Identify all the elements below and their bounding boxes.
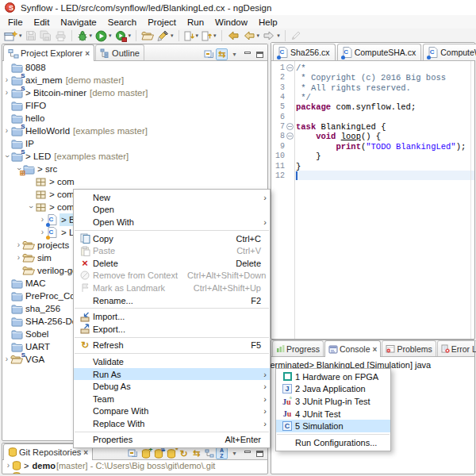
collapsed-arrow-icon[interactable]: › [3,89,10,97]
print-button[interactable] [54,29,67,43]
menu-item-rename-[interactable]: Rename...F2 [74,294,270,307]
swap-button[interactable]: ⇆ [190,447,202,459]
menu-edit[interactable]: Edit [29,17,56,27]
view-menu-button[interactable]: ▾ [228,447,240,459]
runas-item-2-java-application[interactable]: J2 Java Application [276,383,390,396]
menu-item-team[interactable]: Team› [74,393,270,405]
run-config-button[interactable]: ▾ [114,29,132,43]
collapsed-arrow-icon[interactable]: › [3,76,10,84]
tab-error-log[interactable]: Error Log [437,340,476,356]
menu-item-debug-as[interactable]: Debug As› [74,380,270,393]
tree-item-axi-mem[interactable]: ›Saxi_mem[demo master] [2,74,267,86]
tree-item-led[interactable]: ›S> LED[examples master] [2,150,267,163]
menu-run[interactable]: Run [182,17,209,27]
refresh-button[interactable]: ↻ [178,447,190,459]
save-button[interactable] [25,29,37,43]
git-repo-row[interactable]: › > demo[master] - C:\Users\Big boss\git… [2,460,267,471]
new-wizard-button[interactable]: ▾ [3,29,23,43]
close-icon[interactable]: × [373,345,378,354]
tab-project-explorer[interactable]: Project Explorer× [3,44,94,61]
collapsed-arrow-icon[interactable]: › [15,241,22,249]
fold-marker-icon[interactable] [286,123,294,130]
hierarchy-button[interactable] [203,447,215,459]
menu-item-paste[interactable]: PasteCtrl+V [74,244,270,257]
back-button[interactable]: ▾ [242,29,261,43]
tree-item-bitcoin-miner[interactable]: ›S> Bitcoin-miner[demo master] [2,86,267,99]
collapsed-arrow-icon[interactable]: › [39,228,46,236]
menu-item-import-[interactable]: Import... [74,310,270,323]
open-folder-button[interactable] [140,29,155,43]
fold-marker-icon[interactable] [286,64,294,71]
runas-item-4-junit-test[interactable]: Ju4 JUnit Test [276,408,390,420]
link-with-editor-button[interactable]: ⇆ [216,48,228,60]
maximize-button[interactable] [254,447,266,459]
tree-item-helloworld[interactable]: ›SHelloWorld[examples master] [2,125,267,137]
runas-item-3-junit-plug-in-test[interactable]: Ju°3 JUnit Plug-in Test [276,395,390,408]
collapse-all-button[interactable] [203,48,215,60]
collapsed-arrow-icon[interactable]: › [15,254,22,262]
menu-item-export-[interactable]: Export... [74,323,270,336]
menu-help[interactable]: Help [253,17,283,27]
git-repo-row[interactable]: › > demo2[master] - C:\Users\Big boss\gi… [2,471,267,474]
tab-outline[interactable]: Outline [95,44,144,60]
prev-annotation-button[interactable]: ▾ [201,29,217,43]
menu-item-properties[interactable]: PropertiesAlt+Enter [74,434,270,447]
search-button[interactable]: ▾ [156,29,175,43]
collapsed-arrow-icon[interactable]: › [5,462,12,470]
minimize-button[interactable] [241,48,253,60]
tab-problems[interactable]: Problems [382,340,436,356]
collapse-all-button[interactable] [127,447,139,459]
expanded-arrow-icon[interactable]: › [27,204,35,211]
collapsed-arrow-icon[interactable]: › [3,127,10,135]
tree-item-8088[interactable]: 8088 [2,61,267,74]
run-button[interactable]: ▾ [94,29,113,43]
editor-tab-sha256-cx[interactable]: CSha256.cx [273,44,336,60]
tree-item-com[interactable]: > com [2,175,267,188]
repo-clone-button[interactable]: ⇅ [152,447,164,459]
menu-item-delete[interactable]: ×DeleteDelete [74,257,270,270]
pencil-button[interactable] [290,29,302,43]
menu-item-validate[interactable]: Validate [74,355,270,368]
runas-item-5-simulation[interactable]: C5 Simulation [276,420,390,432]
fold-marker-icon[interactable] [286,132,294,140]
runas-item-run-configurations-[interactable]: Run Configurations... [276,436,390,449]
menu-item-open[interactable]: Open [74,204,270,217]
expanded-arrow-icon[interactable]: › [3,153,11,160]
code-editor[interactable]: 1/*2 * Copyright (c) 2016 Big boss3 * Al… [271,61,474,339]
close-icon[interactable]: × [83,448,88,457]
runas-item-1-hardware-on-fpga[interactable]: 1 Hardware on FPGA [276,370,390,383]
menu-item-new[interactable]: New› [74,191,270,204]
last-edit-button[interactable] [226,29,240,43]
maximize-button[interactable] [254,48,266,60]
repo-add-button[interactable]: + [140,447,152,459]
minimize-button[interactable] [241,447,253,459]
menu-navigate[interactable]: Navigate [55,17,102,27]
editor-tab-computesha-cx[interactable]: CComputeSHA.cx [337,44,422,60]
collapsed-arrow-icon[interactable]: › [5,473,12,474]
repo-new-button[interactable]: * [165,447,177,459]
menu-item-open-with[interactable]: Open With› [74,216,270,228]
collapsed-arrow-icon[interactable]: › [39,216,46,224]
menu-item-replace-with[interactable]: Replace With› [74,417,270,430]
menu-project[interactable]: Project [142,17,182,27]
menu-item-remove-from-context[interactable]: Remove from ContextCtrl+Alt+Shift+Down [74,270,270,282]
forward-button[interactable]: ▾ [262,29,281,43]
tree-item-src[interactable]: ›⊞> src [2,163,267,175]
tree-item-ip[interactable]: IP [2,137,267,150]
view-menu-button[interactable]: ▾ [228,48,240,60]
menu-window[interactable]: Window [209,17,253,27]
tree-item-hello[interactable]: hello [2,112,267,125]
close-icon[interactable]: × [85,49,90,58]
debug-button[interactable]: ▾ [76,29,94,43]
tab-console[interactable]: Console× [324,340,381,357]
next-annotation-button[interactable]: ▾ [183,29,200,43]
menu-item-mark-as-landmark[interactable]: Mark as LandmarkCtrl+Alt+Shift+Up [74,282,270,294]
menu-file[interactable]: File [2,17,29,27]
menu-search[interactable]: Search [102,17,142,27]
menu-item-compare-with[interactable]: Compare With› [74,405,270,418]
tab-progress[interactable]: Progress [272,340,324,356]
collapsed-arrow-icon[interactable]: › [3,355,10,363]
sort-az-button[interactable]: AZ [216,447,228,459]
menu-item-refresh[interactable]: ↻RefreshF5 [74,340,270,352]
menu-item-copy[interactable]: CopyCtrl+C [74,232,270,245]
